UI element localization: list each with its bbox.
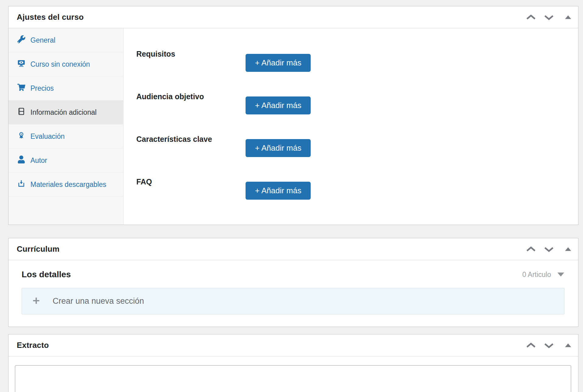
dropdown-triangle-icon — [557, 271, 564, 279]
add-more-button-faq[interactable]: + Añadir más — [246, 182, 311, 200]
course-settings-panel: Ajustes del curso General — [8, 6, 578, 225]
panel-controls — [525, 245, 573, 254]
create-new-section-button[interactable]: Crear una nueva sección — [22, 288, 564, 314]
course-settings-panel-header: Ajustes del curso — [9, 6, 578, 28]
sidebar-item-autor[interactable]: Autor — [9, 149, 123, 173]
curriculum-panel-header: Currículum — [9, 238, 578, 260]
sidebar-item-informacion-adicional[interactable]: Información adicional — [9, 100, 123, 124]
field-label: Requisitos — [136, 49, 246, 59]
create-section-label: Crear una nueva sección — [53, 296, 144, 306]
sidebar-item-general[interactable]: General — [9, 28, 123, 52]
collapse-triangle-icon[interactable] — [564, 342, 573, 349]
panel-title: Ajustes del curso — [17, 12, 84, 22]
move-up-icon[interactable] — [525, 341, 537, 350]
curriculum-panel: Currículum Los detalles 0 Articulo — [8, 238, 578, 327]
sidebar-item-label: General — [30, 36, 55, 44]
panel-controls — [525, 13, 573, 22]
sidebar-item-materiales-descargables[interactable]: Materiales descargables — [9, 173, 123, 197]
sidebar-item-evaluacion[interactable]: Evaluación — [9, 124, 123, 149]
offline-screen-icon — [17, 59, 25, 69]
wrench-icon — [17, 35, 25, 45]
course-edit-page: Ajustes del curso General — [0, 0, 583, 392]
curriculum-section-head: Los detalles 0 Articulo — [22, 270, 564, 279]
additional-info-tab-content: Requisitos + Añadir más Audiencia objeti… — [124, 28, 578, 225]
user-icon — [17, 156, 25, 165]
add-more-button-audiencia[interactable]: + Añadir más — [246, 96, 311, 114]
field-label: Audiencia objetivo — [136, 91, 246, 101]
award-icon — [17, 131, 25, 141]
panel-title: Extracto — [17, 341, 49, 350]
sidebar-item-label: Información adicional — [30, 108, 96, 117]
sidebar-item-curso-sin-conexion[interactable]: Curso sin conexión — [9, 52, 123, 76]
add-more-button-caracteristicas[interactable]: + Añadir más — [246, 139, 311, 157]
panel-controls — [525, 341, 573, 350]
excerpt-panel: Extracto — [8, 334, 578, 392]
excerpt-panel-header: Extracto — [9, 334, 578, 356]
collapse-triangle-icon[interactable] — [564, 246, 573, 253]
cart-icon — [17, 83, 25, 93]
field-label: FAQ — [136, 177, 246, 187]
item-count-dropdown[interactable]: 0 Articulo — [522, 271, 564, 279]
sidebar-item-label: Precios — [30, 84, 54, 93]
move-down-icon[interactable] — [543, 245, 555, 254]
sidebar-item-label: Curso sin conexión — [30, 60, 90, 68]
excerpt-textarea[interactable] — [15, 365, 571, 392]
course-settings-body: General Curso sin conexión — [9, 28, 578, 225]
add-more-button-requisitos[interactable]: + Añadir más — [246, 54, 311, 72]
plus-icon — [32, 296, 40, 306]
curriculum-body: Los detalles 0 Articulo Crear una nueva … — [9, 260, 578, 327]
film-icon — [17, 107, 25, 117]
sidebar-item-label: Autor — [30, 156, 47, 165]
move-down-icon[interactable] — [543, 13, 555, 22]
sidebar-item-precios[interactable]: Precios — [9, 76, 123, 100]
field-row-audiencia-objetivo: Audiencia objetivo + Añadir más — [136, 91, 566, 114]
sidebar-item-label: Evaluación — [30, 132, 65, 141]
move-up-icon[interactable] — [525, 13, 537, 22]
field-label: Características clave — [136, 134, 246, 144]
download-icon — [17, 180, 25, 189]
move-down-icon[interactable] — [543, 341, 555, 350]
collapse-triangle-icon[interactable] — [564, 14, 573, 21]
course-settings-sidebar: General Curso sin conexión — [9, 28, 124, 225]
field-row-caracteristicas-clave: Características clave + Añadir más — [136, 134, 566, 157]
curriculum-section-title: Los detalles — [22, 270, 71, 279]
sidebar-item-label: Materiales descargables — [30, 180, 106, 189]
field-row-faq: FAQ + Añadir más — [136, 177, 566, 200]
field-row-requisitos: Requisitos + Añadir más — [136, 49, 566, 72]
move-up-icon[interactable] — [525, 245, 537, 254]
item-count-label: 0 Articulo — [522, 271, 551, 279]
panel-title: Currículum — [17, 244, 60, 254]
excerpt-body — [9, 356, 578, 392]
